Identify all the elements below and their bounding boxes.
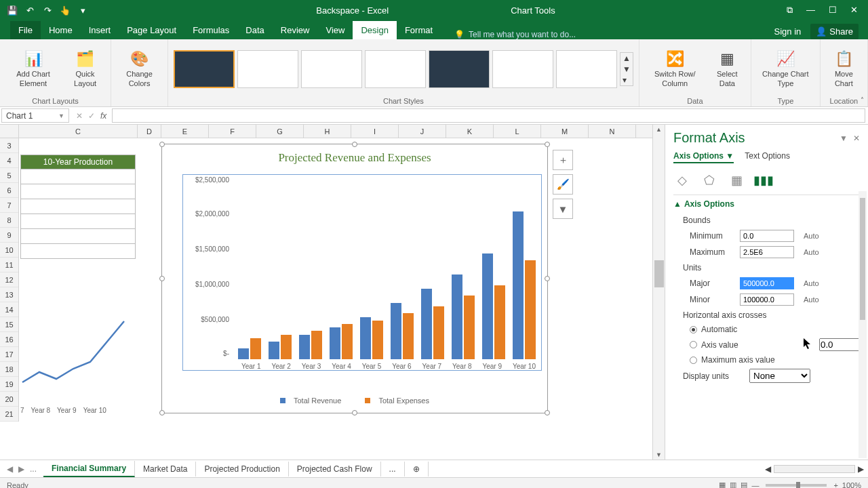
row-header[interactable]: 17 [0, 347, 18, 362]
formula-bar[interactable] [112, 108, 865, 123]
fill-line-icon[interactable]: ◇ [673, 171, 691, 189]
col-header[interactable]: D [138, 125, 161, 138]
sheet-tab-projected-cash-flow[interactable]: Projected Cash Flow [289, 462, 381, 476]
pane-tab-axis-options[interactable]: Axis Options ▼ [673, 151, 734, 163]
col-header[interactable]: L [494, 125, 541, 138]
vertical-scrollbar[interactable]: ▲ ▼ [652, 125, 665, 460]
new-sheet-button[interactable]: ⊕ [405, 462, 429, 476]
zoom-slider[interactable] [766, 484, 827, 487]
zoom-in-icon[interactable]: + [833, 481, 837, 489]
tab-file[interactable]: File [10, 21, 41, 39]
pane-scrollbar[interactable] [859, 191, 867, 458]
close-icon[interactable]: ✕ [850, 5, 858, 16]
chart-style-2[interactable] [237, 50, 298, 88]
collapse-ribbon-icon[interactable]: ˄ [861, 96, 864, 104]
automatic-radio[interactable]: Automatic [673, 323, 860, 336]
add-chart-element-button[interactable]: 📊Add Chart Element [5, 48, 61, 89]
col-header[interactable]: H [304, 125, 351, 138]
chart-filters-button[interactable]: ▼ [553, 199, 573, 219]
move-chart-button[interactable]: 📋Move Chart [826, 48, 862, 89]
share-button[interactable]: 👤 Share [810, 24, 859, 39]
switch-row-column-button[interactable]: 🔀Switch Row/ Column [645, 48, 705, 89]
tab-home[interactable]: Home [41, 21, 81, 39]
fbar-cancel-icon[interactable]: ✕ [76, 111, 83, 121]
zoom-level[interactable]: 100% [842, 481, 861, 489]
row-header[interactable]: 18 [0, 362, 18, 377]
tab-design[interactable]: Design [353, 21, 396, 39]
col-header[interactable]: M [541, 125, 589, 138]
row-header[interactable]: 8 [0, 213, 18, 228]
sheet-nav-more[interactable]: ... [30, 464, 37, 474]
col-header[interactable]: C [19, 125, 138, 138]
sign-in-link[interactable]: Sign in [774, 26, 802, 37]
minor-input[interactable] [740, 293, 794, 306]
effects-icon[interactable]: ⬠ [701, 171, 718, 189]
chart-styles-down[interactable]: ▼ [620, 64, 633, 75]
select-data-button[interactable]: ▦Select Data [709, 48, 745, 89]
quick-layout-button[interactable]: 🗂️Quick Layout [65, 48, 105, 89]
select-all-corner[interactable] [0, 125, 19, 138]
chart-style-5[interactable] [429, 50, 490, 88]
empty-cells[interactable] [20, 169, 136, 259]
zoom-out-icon[interactable]: — [751, 481, 759, 489]
row-header[interactable]: 20 [0, 392, 18, 407]
size-properties-icon[interactable]: ▦ [728, 171, 745, 189]
fx-icon[interactable]: fx [100, 111, 106, 121]
chart-styles-up[interactable]: ▲ [620, 53, 633, 64]
pane-close-icon[interactable]: ✕ [853, 134, 860, 143]
col-header[interactable]: N [589, 125, 636, 138]
chart-bars[interactable] [236, 183, 541, 359]
chart-style-4[interactable] [365, 50, 426, 88]
sheet-tabs-overflow[interactable]: ... [381, 462, 405, 476]
tab-page-layout[interactable]: Page Layout [119, 21, 184, 39]
change-chart-type-button[interactable]: 📈Change Chart Type [757, 48, 814, 89]
col-header[interactable]: G [256, 125, 304, 138]
display-units-select[interactable]: None [749, 369, 810, 383]
row-header[interactable]: 4 [0, 153, 18, 168]
fbar-enter-icon[interactable]: ✓ [88, 111, 95, 121]
sheet-tab-market-data[interactable]: Market Data [135, 462, 196, 476]
chart-title[interactable]: Projected Revenue and Expenses [162, 144, 547, 169]
row-header[interactable]: 3 [0, 138, 18, 153]
chart-elements-button[interactable]: ＋ [553, 150, 573, 170]
chart-style-3[interactable] [301, 50, 362, 88]
ribbon-display-icon[interactable]: ⧉ [787, 5, 793, 16]
row-header[interactable]: 15 [0, 317, 18, 332]
sheet-nav-next[interactable]: ▶ [18, 464, 24, 474]
row-header[interactable]: 12 [0, 272, 18, 287]
row-header[interactable]: 14 [0, 302, 18, 317]
row-header[interactable]: 5 [0, 168, 18, 183]
page-break-view-icon[interactable]: ▤ [741, 481, 747, 488]
maximum-input[interactable] [740, 246, 794, 258]
sheet-nav-prev[interactable]: ◀ [7, 464, 13, 474]
row-header[interactable]: 13 [0, 287, 18, 302]
minor-auto[interactable]: Auto [804, 296, 819, 304]
major-auto[interactable]: Auto [804, 279, 819, 287]
row-header[interactable]: 7 [0, 198, 18, 213]
page-layout-view-icon[interactable]: ▥ [730, 481, 736, 488]
qat-save-icon[interactable]: 💾 [7, 5, 18, 16]
row-header[interactable]: 21 [0, 407, 18, 422]
chart-plot-area[interactable]: $2,500,000 $2,000,000 $1,500,000 $1,000,… [182, 174, 542, 371]
hscroll-right[interactable]: ▶ [858, 464, 864, 474]
tab-data[interactable]: Data [237, 21, 272, 39]
maximize-icon[interactable]: ☐ [829, 5, 837, 16]
row-header[interactable]: 19 [0, 377, 18, 392]
sheet-tab-financial-summary[interactable]: Financial Summary [43, 461, 135, 477]
tab-review[interactable]: Review [273, 21, 318, 39]
col-header[interactable]: I [351, 125, 399, 138]
col-header[interactable]: F [209, 125, 256, 138]
col-header[interactable]: E [161, 125, 209, 138]
tab-view[interactable]: View [317, 21, 353, 39]
row-header[interactable]: 11 [0, 258, 18, 272]
chart-style-1[interactable] [174, 50, 235, 88]
col-header[interactable]: K [446, 125, 494, 138]
minimize-icon[interactable]: — [806, 5, 815, 16]
row-header[interactable]: 9 [0, 228, 18, 243]
qat-customize-icon[interactable]: ▾ [77, 5, 88, 16]
row-header[interactable]: 10 [0, 243, 18, 258]
tab-format[interactable]: Format [397, 21, 441, 39]
pane-tab-text-options[interactable]: Text Options [745, 151, 790, 163]
maximum-axis-radio[interactable]: Maximum axis value [673, 353, 860, 367]
major-input[interactable] [740, 277, 794, 289]
